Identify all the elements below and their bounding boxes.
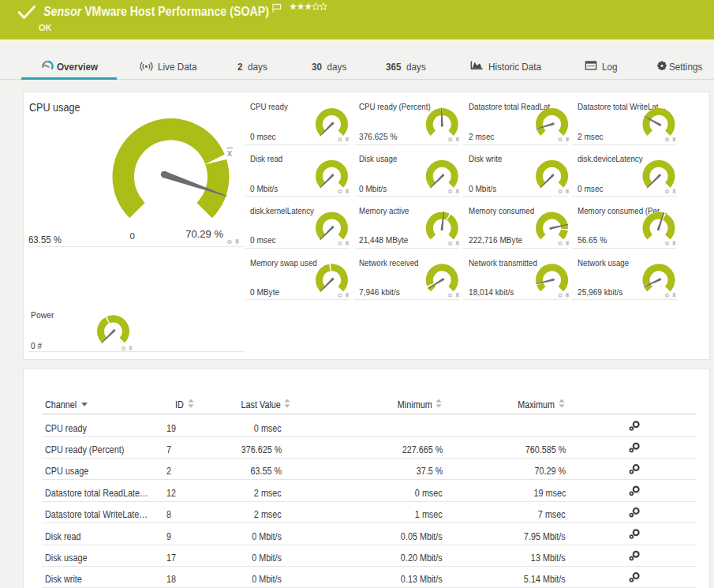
svg-text:x: x	[227, 148, 232, 159]
